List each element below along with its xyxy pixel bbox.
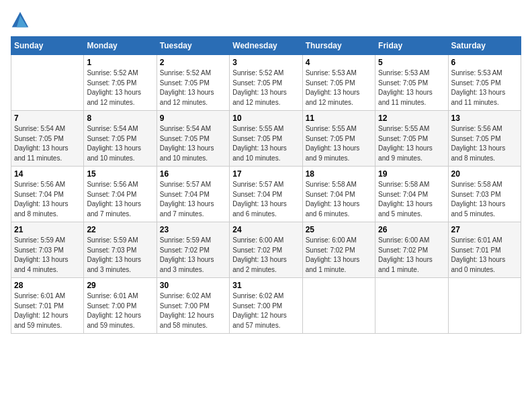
day-info: Sunrise: 6:02 AMSunset: 7:00 PMDaylight:… [232,291,299,330]
calendar-cell: 22Sunrise: 5:59 AMSunset: 7:03 PMDayligh… [84,222,157,278]
calendar-cell [11,55,84,111]
calendar-cell: 18Sunrise: 5:58 AMSunset: 7:04 PMDayligh… [302,167,375,222]
calendar-cell: 5Sunrise: 5:53 AMSunset: 7:05 PMDaylight… [375,55,448,111]
day-number: 28 [14,281,81,290]
day-info: Sunrise: 5:57 AMSunset: 7:04 PMDaylight:… [160,180,226,219]
day-number: 31 [232,281,299,290]
calendar-cell: 16Sunrise: 5:57 AMSunset: 7:04 PMDayligh… [157,167,229,222]
day-number: 9 [160,113,226,123]
day-number: 8 [87,113,153,123]
day-info: Sunrise: 5:57 AMSunset: 7:04 PMDaylight:… [232,180,299,219]
day-info: Sunrise: 6:01 AMSunset: 7:00 PMDaylight:… [87,291,153,330]
calendar-cell: 27Sunrise: 6:01 AMSunset: 7:01 PMDayligh… [448,222,521,278]
day-info: Sunrise: 5:56 AMSunset: 7:04 PMDaylight:… [14,180,81,219]
day-info: Sunrise: 5:55 AMSunset: 7:05 PMDaylight:… [378,124,445,163]
day-number: 10 [232,113,299,123]
day-number: 5 [378,58,445,67]
day-info: Sunrise: 6:00 AMSunset: 7:02 PMDaylight:… [378,236,445,275]
calendar-week-row: 14Sunrise: 5:56 AMSunset: 7:04 PMDayligh… [11,167,521,222]
day-info: Sunrise: 5:53 AMSunset: 7:05 PMDaylight:… [378,68,445,107]
calendar-cell: 15Sunrise: 5:56 AMSunset: 7:04 PMDayligh… [84,167,157,222]
calendar-table: SundayMondayTuesdayWednesdayThursdayFrid… [11,36,521,334]
day-info: Sunrise: 5:58 AMSunset: 7:03 PMDaylight:… [451,180,518,219]
day-info: Sunrise: 6:01 AMSunset: 7:01 PMDaylight:… [451,236,518,275]
calendar-cell: 8Sunrise: 5:54 AMSunset: 7:05 PMDaylight… [84,111,157,167]
day-info: Sunrise: 5:52 AMSunset: 7:05 PMDaylight:… [160,68,226,107]
day-number: 7 [14,113,81,123]
day-number: 19 [378,169,445,179]
day-info: Sunrise: 5:53 AMSunset: 7:05 PMDaylight:… [306,68,372,107]
calendar-cell: 1Sunrise: 5:52 AMSunset: 7:05 PMDaylight… [84,55,157,111]
day-number: 26 [378,225,445,234]
day-info: Sunrise: 6:00 AMSunset: 7:02 PMDaylight:… [306,236,372,275]
calendar-cell: 12Sunrise: 5:55 AMSunset: 7:05 PMDayligh… [375,111,448,167]
day-number: 27 [451,225,518,234]
day-info: Sunrise: 5:54 AMSunset: 7:05 PMDaylight:… [87,124,153,163]
weekday-header-wednesday: Wednesday [230,37,302,55]
weekday-header-sunday: Sunday [11,37,84,55]
calendar-cell: 19Sunrise: 5:58 AMSunset: 7:04 PMDayligh… [375,167,448,222]
calendar-cell: 30Sunrise: 6:02 AMSunset: 7:00 PMDayligh… [157,278,229,334]
day-number: 30 [160,281,226,290]
day-number: 1 [87,58,153,67]
day-info: Sunrise: 5:56 AMSunset: 7:04 PMDaylight:… [87,180,153,219]
calendar-cell [448,278,521,334]
calendar-cell: 10Sunrise: 5:55 AMSunset: 7:05 PMDayligh… [230,111,302,167]
day-number: 14 [14,169,81,179]
calendar-cell: 23Sunrise: 5:59 AMSunset: 7:02 PMDayligh… [157,222,229,278]
calendar-cell: 31Sunrise: 6:02 AMSunset: 7:00 PMDayligh… [230,278,302,334]
page-header [11,11,521,30]
calendar-cell: 3Sunrise: 5:52 AMSunset: 7:05 PMDaylight… [230,55,302,111]
calendar-cell: 20Sunrise: 5:58 AMSunset: 7:03 PMDayligh… [448,167,521,222]
calendar-cell: 24Sunrise: 6:00 AMSunset: 7:02 PMDayligh… [230,222,302,278]
calendar-cell: 11Sunrise: 5:55 AMSunset: 7:05 PMDayligh… [302,111,375,167]
weekday-header-monday: Monday [84,37,157,55]
day-info: Sunrise: 5:59 AMSunset: 7:02 PMDaylight:… [160,236,226,275]
day-info: Sunrise: 6:00 AMSunset: 7:02 PMDaylight:… [232,236,299,275]
day-number: 24 [232,225,299,234]
calendar-cell: 13Sunrise: 5:56 AMSunset: 7:05 PMDayligh… [448,111,521,167]
day-info: Sunrise: 5:55 AMSunset: 7:05 PMDaylight:… [306,124,372,163]
calendar-cell: 9Sunrise: 5:54 AMSunset: 7:05 PMDaylight… [157,111,229,167]
day-info: Sunrise: 5:59 AMSunset: 7:03 PMDaylight:… [87,236,153,275]
day-number: 11 [306,113,372,123]
day-number: 18 [306,169,372,179]
calendar-cell: 21Sunrise: 5:59 AMSunset: 7:03 PMDayligh… [11,222,84,278]
day-number: 23 [160,225,226,234]
weekday-header-friday: Friday [375,37,448,55]
logo [11,11,32,30]
day-number: 6 [451,58,518,67]
calendar-cell [375,278,448,334]
calendar-cell: 29Sunrise: 6:01 AMSunset: 7:00 PMDayligh… [84,278,157,334]
calendar-cell: 4Sunrise: 5:53 AMSunset: 7:05 PMDaylight… [302,55,375,111]
day-info: Sunrise: 6:01 AMSunset: 7:01 PMDaylight:… [14,291,81,330]
calendar-cell: 28Sunrise: 6:01 AMSunset: 7:01 PMDayligh… [11,278,84,334]
calendar-cell [302,278,375,334]
calendar-cell: 14Sunrise: 5:56 AMSunset: 7:04 PMDayligh… [11,167,84,222]
day-info: Sunrise: 5:52 AMSunset: 7:05 PMDaylight:… [87,68,153,107]
day-info: Sunrise: 5:53 AMSunset: 7:05 PMDaylight:… [451,68,518,107]
day-info: Sunrise: 6:02 AMSunset: 7:00 PMDaylight:… [160,291,226,330]
weekday-header-saturday: Saturday [448,37,521,55]
day-number: 2 [160,58,226,67]
day-number: 21 [14,225,81,234]
day-number: 3 [232,58,299,67]
day-number: 16 [160,169,226,179]
day-info: Sunrise: 5:58 AMSunset: 7:04 PMDaylight:… [378,180,445,219]
day-info: Sunrise: 5:58 AMSunset: 7:04 PMDaylight:… [306,180,372,219]
day-number: 13 [451,113,518,123]
day-number: 22 [87,225,153,234]
calendar-week-row: 7Sunrise: 5:54 AMSunset: 7:05 PMDaylight… [11,111,521,167]
day-number: 15 [87,169,153,179]
logo-icon [11,11,30,30]
day-number: 20 [451,169,518,179]
calendar-cell: 25Sunrise: 6:00 AMSunset: 7:02 PMDayligh… [302,222,375,278]
day-number: 17 [232,169,299,179]
day-info: Sunrise: 5:52 AMSunset: 7:05 PMDaylight:… [232,68,299,107]
day-number: 29 [87,281,153,290]
weekday-header-tuesday: Tuesday [157,37,229,55]
day-info: Sunrise: 5:56 AMSunset: 7:05 PMDaylight:… [451,124,518,163]
calendar-cell: 6Sunrise: 5:53 AMSunset: 7:05 PMDaylight… [448,55,521,111]
day-number: 25 [306,225,372,234]
calendar-week-row: 21Sunrise: 5:59 AMSunset: 7:03 PMDayligh… [11,222,521,278]
